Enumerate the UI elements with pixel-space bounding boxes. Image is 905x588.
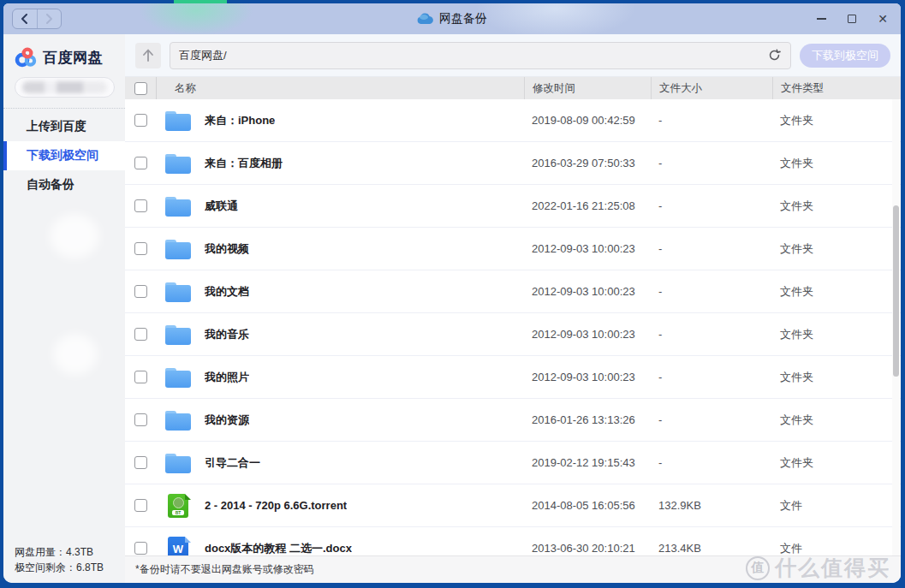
table-row[interactable]: 我的音乐 2012-09-03 10:00:23 - 文件夹 [125, 313, 901, 356]
storage-value: 6.8TB [76, 561, 104, 573]
column-label: 修改时间 [533, 81, 575, 96]
file-name-cell: 我的文档 [157, 279, 524, 305]
row-checkbox[interactable] [134, 456, 147, 469]
file-name[interactable]: 2 - 2014 - 720p 6.6G.torrent [205, 499, 347, 512]
file-size: - [651, 371, 772, 383]
sidebar-menu-item-label: 下载到极空间 [27, 148, 98, 163]
file-type: 文件夹 [772, 284, 901, 300]
row-checkbox[interactable] [134, 285, 147, 298]
file-type-icon [165, 193, 191, 219]
file-name[interactable]: 我的照片 [205, 370, 249, 385]
modified-time: 2016-01-26 13:13:26 [524, 413, 651, 426]
table-row[interactable]: 来自：百度相册 2016-03-29 07:50:33 - 文件夹 [125, 142, 901, 185]
column-header-type[interactable]: 文件类型 [772, 77, 901, 99]
table-row[interactable]: 我的视频 2012-09-03 10:00:23 - 文件夹 [125, 228, 901, 270]
table-row[interactable]: 来自：iPhone 2019-08-09 00:42:59 - 文件夹 [125, 99, 901, 142]
minimize-button[interactable] [815, 13, 827, 25]
sidebar-menu-item-label: 自动备份 [27, 177, 74, 193]
table-row[interactable]: 我的文档 2012-09-03 10:00:23 - 文件夹 [125, 270, 901, 313]
main-area: 百度网盘 上传到百度 下载到极空间 自动备份 网盘用 [3, 34, 901, 583]
file-name[interactable]: 威联通 [205, 199, 238, 214]
row-checkbox[interactable] [134, 413, 147, 426]
file-type: 文件夹 [772, 455, 901, 471]
file-type: 文件夹 [772, 327, 901, 342]
column-label: 名称 [175, 81, 196, 96]
select-all-checkbox[interactable] [134, 82, 147, 95]
row-checkbox[interactable] [134, 157, 147, 169]
column-label: 文件大小 [659, 81, 702, 96]
column-header-size[interactable]: 文件大小 [651, 77, 772, 99]
username-box[interactable] [15, 77, 115, 98]
file-name-cell: 我的照片 [157, 365, 524, 390]
table-row[interactable]: 我的资源 2016-01-26 13:13:26 - 文件夹 [125, 399, 901, 442]
file-name[interactable]: 引导二合一 [205, 455, 260, 471]
row-checkbox[interactable] [134, 328, 147, 341]
download-to-zspace-button[interactable]: 下载到极空间 [800, 44, 890, 68]
file-type: 文件 [772, 541, 901, 556]
file-name[interactable]: 来自：iPhone [205, 113, 275, 128]
titlebar: 网盘备份 ✕ [3, 3, 901, 34]
file-size: - [651, 199, 772, 212]
row-checkbox[interactable] [134, 542, 147, 555]
file-name[interactable]: 我的视频 [205, 241, 249, 257]
file-name[interactable]: 我的资源 [205, 413, 249, 428]
path-input[interactable]: 百度网盘/ [170, 42, 791, 69]
file-size: - [651, 285, 772, 298]
maximize-button[interactable] [846, 13, 858, 25]
file-type-icon [165, 279, 191, 305]
baidu-netdisk-logo-icon [15, 47, 37, 68]
page-title: 网盘备份 [439, 11, 487, 27]
file-name[interactable]: 我的音乐 [205, 327, 249, 342]
go-up-button[interactable] [135, 43, 161, 68]
cloud-icon [417, 13, 433, 25]
column-header-name[interactable]: 名称 [157, 81, 524, 96]
modified-time: 2016-03-29 07:50:33 [524, 157, 651, 169]
select-all-wrap [125, 77, 157, 99]
file-type-icon [165, 236, 191, 262]
row-checkbox[interactable] [134, 371, 147, 383]
file-size: - [651, 456, 772, 469]
row-checkbox[interactable] [134, 114, 147, 127]
column-label: 文件类型 [781, 81, 824, 96]
page-fold [185, 537, 191, 543]
netdisk-backup-window: 网盘备份 ✕ 百度网盘 上传到 [3, 3, 901, 583]
sidebar-menu-item[interactable]: 下载到极空间 [3, 141, 125, 170]
content: 百度网盘/ 下载到极空间 名称 [125, 34, 901, 583]
arrow-up-icon [142, 49, 154, 62]
file-size: 132.9KB [651, 499, 772, 512]
table-row[interactable]: 引导二合一 2019-02-12 19:15:43 - 文件夹 [125, 442, 901, 484]
modified-time: 2019-02-12 19:15:43 [524, 456, 651, 469]
table-row[interactable]: 威联通 2022-01-16 21:25:08 - 文件夹 [125, 185, 901, 228]
table-row[interactable]: 我的照片 2012-09-03 10:00:23 - 文件夹 [125, 356, 901, 399]
refresh-button[interactable] [766, 49, 782, 62]
row-checkbox[interactable] [134, 242, 147, 255]
sidebar: 百度网盘 上传到百度 下载到极空间 自动备份 网盘用 [3, 34, 125, 583]
scrollbar-thumb[interactable] [893, 205, 899, 377]
file-type-icon [165, 151, 191, 176]
file-size: - [651, 242, 772, 255]
file-name-cell: 引导二合一 [157, 450, 524, 476]
file-name[interactable]: docx版本的教程 二选一.docx [205, 541, 352, 556]
file-type: 文件夹 [772, 241, 901, 257]
file-type-icon: BT [165, 493, 191, 519]
sidebar-menu: 上传到百度 下载到极空间 自动备份 [3, 112, 125, 199]
column-header-date[interactable]: 修改时间 [524, 77, 651, 99]
file-name[interactable]: 我的文档 [205, 284, 249, 300]
window-controls: ✕ [815, 3, 889, 34]
close-button[interactable]: ✕ [877, 13, 889, 25]
table-row[interactable]: BT 2 - 2014 - 720p 6.6G.torrent 2014-08-… [125, 484, 901, 527]
row-checkbox-wrap [125, 399, 157, 441]
table-row[interactable]: W docx版本的教程 二选一.docx 2013-06-30 20:10:21… [125, 527, 901, 555]
file-type: 文件夹 [772, 156, 901, 171]
row-checkbox[interactable] [134, 499, 147, 512]
storage-info: 网盘用量：4.3TB 极空间剩余：6.8TB [15, 544, 104, 575]
sidebar-menu-item[interactable]: 上传到百度 [3, 112, 125, 141]
file-name[interactable]: 来自：百度相册 [205, 156, 283, 171]
sidebar-menu-item[interactable]: 自动备份 [3, 170, 125, 199]
file-list: 来自：iPhone 2019-08-09 00:42:59 - 文件夹 [125, 99, 901, 555]
row-checkbox[interactable] [134, 199, 147, 212]
icon-glyph-label: BT [172, 510, 184, 515]
window-title-area: 网盘备份 [3, 3, 901, 34]
file-name-cell: 来自：iPhone [157, 108, 524, 134]
file-name-cell: 我的视频 [157, 236, 524, 262]
